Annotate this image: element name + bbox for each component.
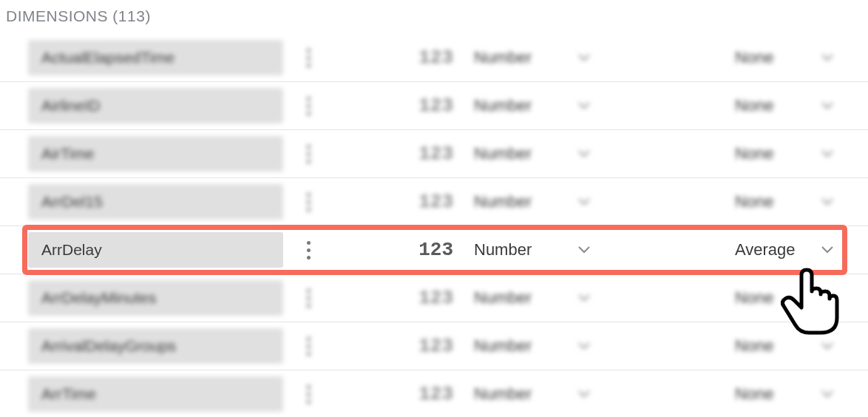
dimensions-count-close: ): [145, 7, 151, 24]
aggregation-select-label[interactable]: None: [735, 336, 816, 356]
chevron-down-icon[interactable]: [576, 342, 592, 350]
field-name: AirlineID: [41, 97, 100, 115]
chevron-down-icon[interactable]: [576, 294, 592, 302]
field-name: ArrTime: [41, 385, 96, 403]
dimension-row: AirTime 123 Number None: [0, 130, 868, 178]
aggregation-select-label[interactable]: None: [735, 192, 816, 211]
chevron-down-icon[interactable]: [576, 246, 592, 254]
type-select-label[interactable]: Number: [474, 336, 563, 356]
more-vert-icon[interactable]: [294, 337, 323, 356]
field-name: ArrivalDelayGroups: [41, 337, 176, 355]
type-select-label[interactable]: Number: [474, 288, 563, 308]
aggregation-select-label[interactable]: None: [735, 96, 816, 115]
dimension-row: ArrDelay 123 Number Average: [0, 226, 868, 274]
chevron-down-icon[interactable]: [576, 102, 592, 109]
field-pill[interactable]: AirlineID: [28, 88, 283, 123]
aggregation-select-label[interactable]: Average: [735, 240, 816, 260]
chevron-down-icon[interactable]: [576, 198, 592, 206]
field-pill[interactable]: ArrTime: [28, 376, 283, 412]
chevron-down-icon[interactable]: [816, 246, 838, 254]
chevron-down-icon[interactable]: [816, 54, 838, 61]
dimensions-rows: ActualElapsedTime 123 Number None Airlin…: [0, 34, 868, 417]
dimension-row: ArrDel15 123 Number None: [0, 178, 868, 226]
type-badge-123: 123: [412, 191, 453, 213]
type-badge-123: 123: [412, 143, 453, 165]
chevron-down-icon[interactable]: [576, 390, 592, 398]
type-badge-123: 123: [412, 239, 453, 261]
chevron-down-icon[interactable]: [816, 102, 838, 109]
type-select-label[interactable]: Number: [474, 384, 563, 404]
field-pill[interactable]: ArrivalDelayGroups: [28, 328, 283, 364]
type-badge-123: 123: [412, 95, 453, 117]
field-pill[interactable]: ArrDelayMinutes: [28, 280, 283, 316]
dimension-row: ArrTime 123 Number None: [0, 370, 868, 417]
more-vert-icon[interactable]: [294, 193, 323, 211]
more-vert-icon[interactable]: [294, 145, 323, 163]
chevron-down-icon[interactable]: [576, 150, 592, 157]
type-select-label[interactable]: Number: [474, 144, 563, 163]
field-pill[interactable]: AirTime: [28, 136, 283, 172]
dimensions-section-header: DIMENSIONS (113): [0, 0, 868, 34]
dimension-row: ArrDelayMinutes 123 Number None: [0, 274, 868, 322]
chevron-down-icon[interactable]: [816, 198, 838, 206]
more-vert-icon[interactable]: [294, 241, 323, 260]
more-vert-icon[interactable]: [294, 289, 323, 308]
field-name: ArrDelayMinutes: [41, 289, 156, 307]
aggregation-select-label[interactable]: None: [735, 144, 816, 163]
dimensions-title-text: DIMENSIONS: [6, 7, 108, 24]
type-select-label[interactable]: Number: [474, 96, 563, 115]
more-vert-icon[interactable]: [294, 385, 323, 404]
chevron-down-icon[interactable]: [576, 54, 592, 61]
dimension-row: AirlineID 123 Number None: [0, 82, 868, 130]
chevron-down-icon[interactable]: [816, 150, 838, 157]
field-pill[interactable]: ActualElapsedTime: [28, 40, 283, 75]
more-vert-icon[interactable]: [294, 97, 323, 115]
aggregation-select-label[interactable]: None: [735, 384, 816, 404]
dimensions-count-open: (: [112, 7, 118, 24]
dimension-row: ArrivalDelayGroups 123 Number None: [0, 322, 868, 370]
type-select-label[interactable]: Number: [474, 192, 563, 211]
aggregation-select-label[interactable]: None: [735, 288, 816, 308]
field-name: ArrDelay: [41, 241, 102, 259]
field-name: ActualElapsedTime: [41, 49, 174, 67]
type-badge-123: 123: [412, 383, 453, 405]
chevron-down-icon[interactable]: [816, 342, 838, 350]
dimension-row: ActualElapsedTime 123 Number None: [0, 34, 868, 82]
type-select-label[interactable]: Number: [474, 48, 563, 67]
dimensions-count: 113: [118, 7, 146, 24]
chevron-down-icon[interactable]: [816, 390, 838, 398]
type-select-label[interactable]: Number: [474, 240, 563, 260]
field-pill[interactable]: ArrDel15: [28, 184, 283, 220]
field-pill[interactable]: ArrDelay: [28, 232, 283, 268]
field-name: ArrDel15: [41, 193, 103, 211]
aggregation-select-label[interactable]: None: [735, 48, 816, 67]
type-badge-123: 123: [412, 47, 453, 69]
chevron-down-icon[interactable]: [816, 294, 838, 302]
type-badge-123: 123: [412, 287, 453, 309]
more-vert-icon[interactable]: [294, 49, 323, 67]
field-name: AirTime: [41, 145, 95, 163]
type-badge-123: 123: [412, 335, 453, 357]
